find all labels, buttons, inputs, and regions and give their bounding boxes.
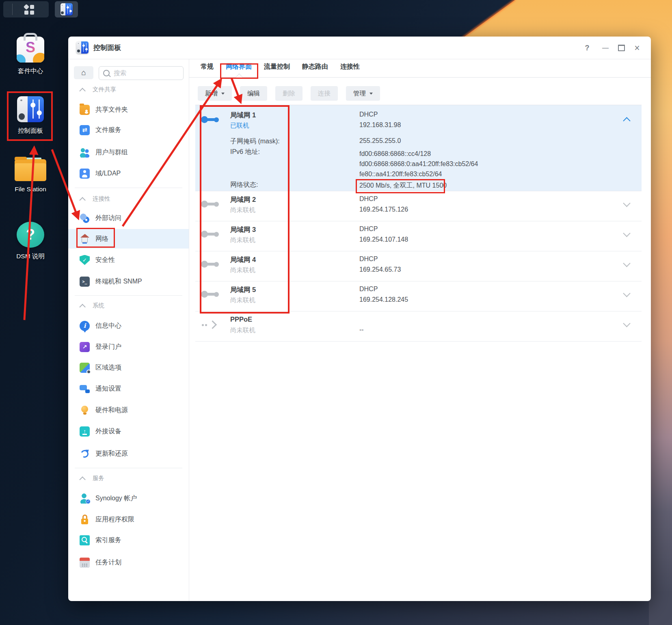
connect-button[interactable]: 连接 <box>311 86 338 101</box>
desktop-icon-control-panel[interactable]: 控制面板 <box>6 96 55 135</box>
collapse-chevron-icon[interactable] <box>623 117 630 124</box>
help-button[interactable]: ? <box>581 42 593 54</box>
sidebar-item-update-restore[interactable]: 更新和还原 <box>68 446 189 462</box>
sidebar-item-label: 任务计划 <box>95 558 121 567</box>
sidebar-section-system[interactable]: 系统 <box>68 301 189 310</box>
expand-chevron-icon[interactable] <box>623 290 630 297</box>
sidebar-item-domain-ldap[interactable]: 域/LDAP <box>68 165 189 182</box>
sidebar-section-file-sharing[interactable]: 文件共享 <box>68 84 189 94</box>
sidebar-item-file-services[interactable]: 文件服务 <box>68 122 189 138</box>
section-label: 文件共享 <box>93 86 116 93</box>
sidebar-section-connectivity[interactable]: 连接性 <box>68 194 189 203</box>
section-label: 系统 <box>93 302 104 309</box>
sidebar-item-label: 用户与群组 <box>95 148 128 157</box>
sidebar-item-notification[interactable]: 通知设置 <box>68 381 189 397</box>
expand-chevron-icon[interactable] <box>623 229 630 237</box>
expand-chevron-icon[interactable] <box>623 320 630 327</box>
tab-general[interactable]: 常规 <box>201 63 214 71</box>
window-title-icon <box>76 41 89 54</box>
terminal-icon <box>80 277 90 287</box>
interface-ip: 169.254.128.245 <box>359 296 408 303</box>
pppoe-icon <box>202 320 218 330</box>
sidebar-item-regional-options[interactable]: 区域选项 <box>68 359 189 376</box>
interface-row-lan3[interactable]: 局域网 3 尚未联机 DHCP 169.254.107.148 <box>195 221 642 251</box>
tab-divider <box>189 77 651 78</box>
minimize-button[interactable]: — <box>599 42 611 54</box>
interface-row-lan5[interactable]: 局域网 5 尚未联机 DHCP 169.254.128.245 <box>195 281 642 311</box>
interface-ip: 192.168.31.98 <box>359 121 401 129</box>
external-device-icon <box>80 426 90 437</box>
delete-button[interactable]: 删除 <box>275 86 303 101</box>
interface-name: 局域网 2 <box>230 195 256 204</box>
home-button[interactable]: ⌂ <box>74 66 93 79</box>
chevron-down-icon <box>369 93 373 95</box>
sidebar-section-divider <box>75 295 182 296</box>
domain-ldap-icon <box>80 169 90 179</box>
sidebar-item-security[interactable]: 安全性 <box>68 252 189 268</box>
tab-connectivity[interactable]: 连接性 <box>340 63 360 71</box>
sidebar-item-terminal-snmp[interactable]: 终端机和 SNMP <box>68 273 189 290</box>
interface-mode: DHCP <box>359 285 378 293</box>
interface-row-lan4[interactable]: 局域网 4 尚未联机 DHCP 169.254.65.73 <box>195 251 642 281</box>
sidebar-item-users-groups[interactable]: 用户与群组 <box>68 144 189 160</box>
manage-button[interactable]: 管理 <box>346 86 380 101</box>
sidebar-item-shared-folder[interactable]: 共享文件夹 <box>68 102 189 118</box>
lock-icon <box>80 515 90 525</box>
interface-status: 尚未联机 <box>230 206 255 214</box>
interface-row-lan1[interactable]: 局域网 1 已联机 子网掩码 (mask): IPv6 地址: 网络状态: DH… <box>195 105 642 191</box>
package-center-icon: S <box>17 37 44 63</box>
sidebar-item-label: Synology 帐户 <box>95 494 137 503</box>
interface-ipv6: fd00:6868:6868::cc4/128 <box>359 150 431 158</box>
maximize-button[interactable] <box>615 42 627 54</box>
taskbar-control-panel-button[interactable] <box>55 1 78 17</box>
desktop-icon-label: 控制面板 <box>18 127 43 135</box>
interface-ip: 169.254.175.126 <box>359 206 408 213</box>
sidebar-item-network[interactable]: 网络 <box>68 229 189 249</box>
sidebar-item-label: 域/LDAP <box>95 169 121 178</box>
expand-chevron-icon[interactable] <box>623 260 630 267</box>
sidebar-item-label: 通知设置 <box>95 385 121 393</box>
close-button[interactable]: × <box>631 42 643 54</box>
tab-network-interface[interactable]: 网络界面 <box>226 63 252 71</box>
sidebar-section-divider <box>75 468 182 468</box>
external-access-icon <box>80 213 90 223</box>
sidebar-section-services[interactable]: 服务 <box>68 473 189 483</box>
interface-row-pppoe[interactable]: PPPoE 尚未联机 -- <box>195 311 642 342</box>
sidebar-item-hardware-power[interactable]: 硬件和电源 <box>68 402 189 418</box>
interface-status[interactable]: 已联机 <box>230 121 249 130</box>
net-status-label: 网络状态: <box>230 181 258 189</box>
interface-name: 局域网 1 <box>230 111 256 120</box>
desktop-icon-package-center[interactable]: S 套件中心 <box>6 37 55 76</box>
interface-status: 尚未联机 <box>230 266 255 275</box>
sidebar-section-divider <box>75 188 182 188</box>
sidebar-item-label: 外接设备 <box>95 427 121 436</box>
interface-row-lan2[interactable]: 局域网 2 尚未联机 DHCP 169.254.175.126 <box>195 191 642 221</box>
sidebar-item-synology-account[interactable]: Synology 帐户 <box>68 490 189 506</box>
control-panel-icon <box>17 96 44 122</box>
sidebar-item-label: 区域选项 <box>95 363 121 372</box>
sidebar-item-app-privileges[interactable]: 应用程序权限 <box>68 511 189 528</box>
question-mark-icon: ? <box>17 222 44 248</box>
edit-button[interactable]: 编辑 <box>240 86 267 101</box>
search-input[interactable] <box>113 69 183 77</box>
interface-name: 局域网 4 <box>230 255 256 264</box>
info-pin-icon <box>80 321 90 331</box>
add-button[interactable]: 新增 <box>198 86 232 101</box>
expand-chevron-icon[interactable] <box>623 199 630 207</box>
sidebar-item-indexing-service[interactable]: 索引服务 <box>68 532 189 548</box>
sidebar-item-external-access[interactable]: 外部访问 <box>68 210 189 226</box>
active-tab-notch <box>235 74 243 82</box>
main-menu-button[interactable] <box>3 1 49 17</box>
tab-traffic-control[interactable]: 流量控制 <box>264 63 290 71</box>
sidebar-item-login-portal[interactable]: 登录门户 <box>68 339 189 355</box>
search-box[interactable] <box>99 66 184 80</box>
desktop-icon-file-station[interactable]: File Station <box>6 158 55 193</box>
tab-static-route[interactable]: 静态路由 <box>302 63 328 71</box>
sidebar-item-task-scheduler[interactable]: 任务计划 <box>68 554 189 571</box>
desktop-icon-dsm-help[interactable]: ? DSM 说明 <box>6 222 55 261</box>
window-title: 控制面板 <box>93 43 121 52</box>
titlebar-divider <box>68 59 651 59</box>
sidebar-item-external-devices[interactable]: 外接设备 <box>68 423 189 439</box>
sidebar-item-info-center[interactable]: 信息中心 <box>68 318 189 334</box>
sidebar-item-label: 共享文件夹 <box>95 106 128 114</box>
